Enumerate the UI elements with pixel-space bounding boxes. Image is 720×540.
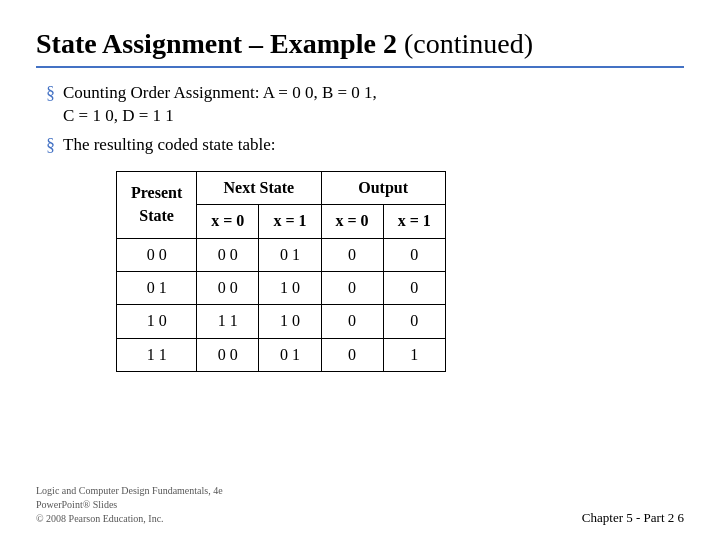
cell-nx0-3: 0 0: [197, 338, 259, 371]
cell-ox1-0: 0: [383, 238, 445, 271]
cell-nx1-1: 1 0: [259, 271, 321, 304]
table-row: 1 1 0 0 0 1 0 1: [117, 338, 446, 371]
header-present-state: PresentState: [117, 171, 197, 238]
footer-line2: PowerPoint® Slides: [36, 498, 223, 512]
footer-line1: Logic and Computer Design Fundamentals, …: [36, 484, 223, 498]
table-body: 0 0 0 0 0 1 0 0 0 1 0 0 1 0 0 0 1 0 1 1 …: [117, 238, 446, 372]
bullet-list: § Counting Order Assignment: A = 0 0, B …: [36, 82, 684, 157]
cell-nx1-0: 0 1: [259, 238, 321, 271]
cell-ps-0: 0 0: [117, 238, 197, 271]
bullet-symbol-2: §: [46, 135, 55, 156]
table-row: 0 0 0 0 0 1 0 0: [117, 238, 446, 271]
cell-nx1-2: 1 0: [259, 305, 321, 338]
header-out-x0: x = 0: [321, 205, 383, 238]
bullet-item-2: § The resulting coded state table:: [46, 134, 684, 157]
title-continued: (continued): [397, 28, 533, 59]
table-header-top: PresentState Next State Output: [117, 171, 446, 204]
bullet-text-1: Counting Order Assignment: A = 0 0, B = …: [63, 82, 377, 128]
bullet-symbol-1: §: [46, 83, 55, 104]
cell-nx0-1: 0 0: [197, 271, 259, 304]
bullet-text-2: The resulting coded state table:: [63, 134, 275, 157]
footer-right: Chapter 5 - Part 2 6: [582, 510, 684, 526]
header-out-x1: x = 1: [383, 205, 445, 238]
state-table-container: PresentState Next State Output x = 0 x =…: [116, 171, 684, 372]
header-next-x1: x = 1: [259, 205, 321, 238]
table-row: 1 0 1 1 1 0 0 0: [117, 305, 446, 338]
cell-nx0-2: 1 1: [197, 305, 259, 338]
cell-ox1-3: 1: [383, 338, 445, 371]
cell-ox1-1: 0: [383, 271, 445, 304]
cell-ox0-0: 0: [321, 238, 383, 271]
cell-nx1-3: 0 1: [259, 338, 321, 371]
cell-ps-2: 1 0: [117, 305, 197, 338]
cell-ps-3: 1 1: [117, 338, 197, 371]
cell-nx0-0: 0 0: [197, 238, 259, 271]
title-divider: [36, 66, 684, 68]
table-row: 0 1 0 0 1 0 0 0: [117, 271, 446, 304]
cell-ox1-2: 0: [383, 305, 445, 338]
state-table: PresentState Next State Output x = 0 x =…: [116, 171, 446, 372]
header-next-x0: x = 0: [197, 205, 259, 238]
slide-title: State Assignment – Example 2 (continued): [36, 28, 684, 60]
footer-line3: © 2008 Pearson Education, Inc.: [36, 512, 223, 526]
cell-ox0-2: 0: [321, 305, 383, 338]
bullet-item-1: § Counting Order Assignment: A = 0 0, B …: [46, 82, 684, 128]
cell-ox0-1: 0: [321, 271, 383, 304]
header-next-state: Next State: [197, 171, 321, 204]
cell-ps-1: 0 1: [117, 271, 197, 304]
cell-ox0-3: 0: [321, 338, 383, 371]
slide: State Assignment – Example 2 (continued)…: [0, 0, 720, 540]
title-main: State Assignment – Example 2: [36, 28, 397, 59]
footer-left: Logic and Computer Design Fundamentals, …: [36, 484, 223, 526]
header-output: Output: [321, 171, 445, 204]
